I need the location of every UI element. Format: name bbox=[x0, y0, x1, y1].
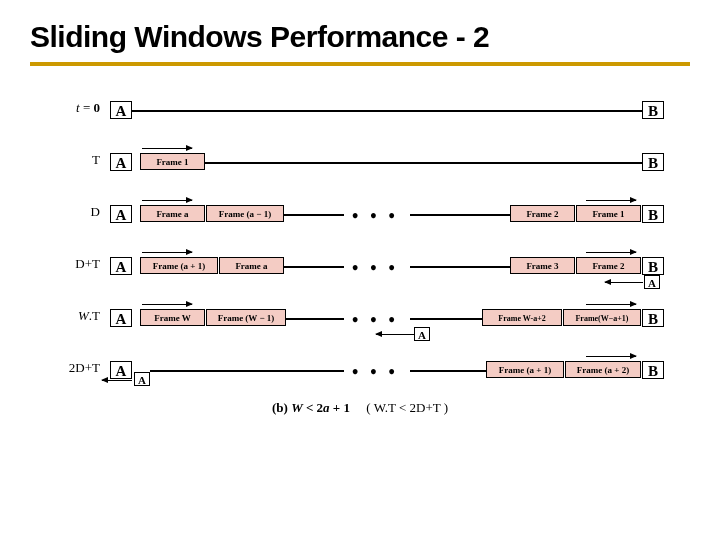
node-B: B bbox=[642, 153, 664, 171]
row-t0: t = 0 A B bbox=[30, 86, 690, 132]
frame-2: Frame 2 bbox=[510, 205, 575, 222]
ack-A: A bbox=[644, 275, 660, 289]
frame-W-minus-1: Frame (W − 1) bbox=[206, 309, 286, 326]
frame-1: Frame 1 bbox=[576, 205, 641, 222]
link-line bbox=[284, 266, 344, 268]
time-label-D: D bbox=[30, 204, 100, 220]
node-A: A bbox=[110, 101, 132, 119]
arrow-right bbox=[142, 148, 192, 149]
caption-label: (b) bbox=[272, 400, 288, 415]
ellipsis-dots: ••• bbox=[352, 206, 407, 227]
arrow-right bbox=[586, 252, 636, 253]
frame-W-a-plus-2: Frame W-a+2 bbox=[482, 309, 562, 326]
frame-3: Frame 3 bbox=[510, 257, 575, 274]
row-2DT: 2D+T A A ••• Frame (a + 1) Frame (a + 2)… bbox=[30, 346, 690, 392]
arrow-right bbox=[586, 304, 636, 305]
node-A: A bbox=[110, 205, 132, 223]
caption-inequality: W < 2a + 1 bbox=[291, 400, 350, 415]
frame-a-plus-2: Frame (a + 2) bbox=[565, 361, 641, 378]
frame-a-plus-1: Frame (a + 1) bbox=[140, 257, 218, 274]
row-T: T A Frame 1 B bbox=[30, 138, 690, 184]
frame-a-plus-1: Frame (a + 1) bbox=[486, 361, 564, 378]
page-title: Sliding Windows Performance - 2 bbox=[30, 20, 690, 66]
arrow-left bbox=[605, 282, 643, 283]
timing-diagram: t = 0 A B T A Frame 1 B D A Frame a Fram… bbox=[30, 86, 690, 392]
link-line bbox=[284, 214, 344, 216]
row-D: D A Frame a Frame (a − 1) ••• Frame 2 Fr… bbox=[30, 190, 690, 236]
frame-a-minus-1: Frame (a − 1) bbox=[206, 205, 284, 222]
time-label-T: T bbox=[30, 152, 100, 168]
frame-a: Frame a bbox=[140, 205, 205, 222]
arrow-left bbox=[102, 380, 132, 381]
node-A: A bbox=[110, 257, 132, 275]
frame-2: Frame 2 bbox=[576, 257, 641, 274]
caption: (b) W < 2a + 1 ( W.T < 2D+T ) bbox=[30, 400, 690, 416]
caption-paren: ( W.T < 2D+T ) bbox=[366, 400, 448, 415]
ack-A: A bbox=[414, 327, 430, 341]
node-B: B bbox=[642, 309, 664, 327]
node-B: B bbox=[642, 361, 664, 379]
time-label-2DT: 2D+T bbox=[30, 360, 100, 376]
arrow-left bbox=[376, 334, 414, 335]
node-A: A bbox=[110, 309, 132, 327]
time-label-WT: W.T bbox=[30, 308, 100, 324]
link-line bbox=[410, 318, 482, 320]
link-line bbox=[410, 214, 510, 216]
row-DT: D+T A Frame (a + 1) Frame a ••• Frame 3 … bbox=[30, 242, 690, 288]
link-line bbox=[410, 266, 510, 268]
frame-W: Frame W bbox=[140, 309, 205, 326]
frame-1: Frame 1 bbox=[140, 153, 205, 170]
link-line bbox=[150, 370, 344, 372]
frame-a: Frame a bbox=[219, 257, 284, 274]
ack-A: A bbox=[134, 372, 150, 386]
link-line bbox=[132, 110, 642, 112]
arrow-right bbox=[142, 252, 192, 253]
frame-W-a-plus-1: Frame(W−a+1) bbox=[563, 309, 641, 326]
arrow-right bbox=[142, 304, 192, 305]
link-line bbox=[286, 318, 344, 320]
link-line bbox=[410, 370, 486, 372]
ellipsis-dots: ••• bbox=[352, 310, 407, 331]
node-A: A bbox=[110, 361, 132, 379]
ellipsis-dots: ••• bbox=[352, 258, 407, 279]
node-A: A bbox=[110, 153, 132, 171]
time-label-DT: D+T bbox=[30, 256, 100, 272]
time-label-t0: t = 0 bbox=[30, 100, 100, 116]
node-B: B bbox=[642, 205, 664, 223]
row-WT: W.T A Frame W Frame (W − 1) ••• Frame W-… bbox=[30, 294, 690, 340]
link-line bbox=[205, 162, 642, 164]
arrow-right bbox=[142, 200, 192, 201]
node-B: B bbox=[642, 257, 664, 275]
arrow-right bbox=[586, 200, 636, 201]
ellipsis-dots: ••• bbox=[352, 362, 407, 383]
node-B: B bbox=[642, 101, 664, 119]
arrow-right bbox=[586, 356, 636, 357]
